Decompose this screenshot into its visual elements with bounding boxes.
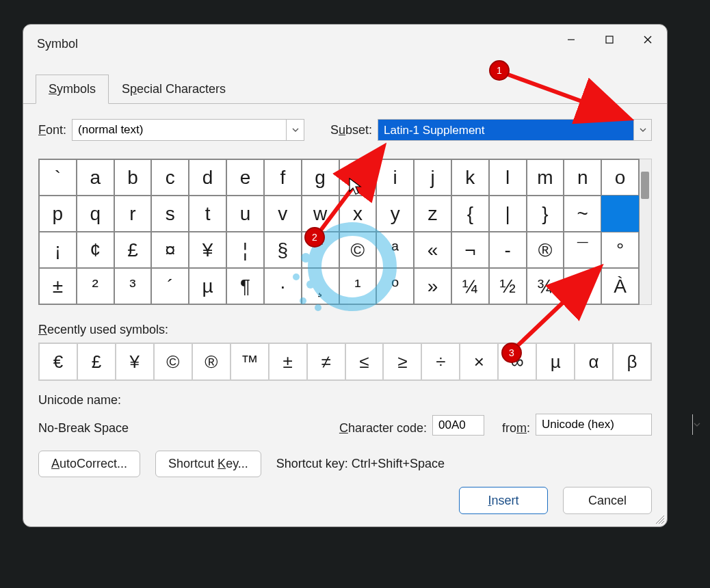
symbol-cell[interactable]: ¢: [77, 232, 114, 268]
symbol-cell[interactable]: ®: [527, 232, 564, 268]
recent-symbol-cell[interactable]: ÷: [421, 343, 460, 380]
symbol-cell[interactable]: ¿: [564, 268, 601, 304]
subset-combo[interactable]: Latin-1 Supplement: [378, 119, 652, 141]
symbol-cell[interactable]: v: [264, 196, 302, 232]
symbol-cell[interactable]: c: [151, 159, 189, 196]
symbol-cell[interactable]: g: [302, 159, 339, 196]
symbol-cell[interactable]: ¥: [189, 232, 226, 268]
symbol-cell[interactable]: z: [414, 196, 451, 232]
recent-symbol-cell[interactable]: ≤: [345, 343, 384, 380]
minimize-button[interactable]: [552, 25, 590, 55]
recent-symbol-cell[interactable]: µ: [536, 343, 575, 380]
symbol-cell[interactable]: [601, 196, 639, 232]
from-dropdown-button[interactable]: [692, 414, 701, 435]
shortcut-key-button[interactable]: Shortcut Key...: [155, 451, 261, 477]
symbol-cell[interactable]: b: [114, 159, 152, 196]
symbol-cell[interactable]: ³: [114, 268, 152, 304]
insert-button[interactable]: Insert: [459, 487, 548, 514]
from-combo[interactable]: [536, 414, 652, 436]
symbol-cell[interactable]: ¤: [151, 232, 189, 268]
symbol-cell[interactable]: u: [226, 196, 264, 232]
symbol-cell[interactable]: d: [189, 159, 226, 196]
symbol-cell[interactable]: ·: [264, 268, 302, 304]
symbol-cell[interactable]: ´: [151, 268, 189, 304]
symbol-cell[interactable]: a: [77, 159, 114, 196]
symbol-cell[interactable]: ¸: [302, 268, 339, 304]
recent-symbol-cell[interactable]: ×: [460, 343, 498, 380]
cancel-button[interactable]: Cancel: [563, 487, 652, 514]
font-dropdown-button[interactable]: [286, 120, 304, 140]
grid-scrollbar[interactable]: [640, 159, 652, 305]
symbol-cell[interactable]: ½: [489, 268, 527, 304]
recent-symbol-cell[interactable]: €: [39, 343, 77, 380]
symbol-cell[interactable]: p: [39, 196, 77, 232]
symbol-cell[interactable]: ¬: [451, 232, 489, 268]
symbol-cell[interactable]: f: [264, 159, 302, 196]
maximize-button[interactable]: [590, 25, 629, 55]
symbol-cell[interactable]: x: [339, 196, 377, 232]
symbol-cell[interactable]: §: [264, 232, 302, 268]
tab-symbols[interactable]: Symbols: [36, 75, 109, 104]
symbol-cell[interactable]: {: [451, 196, 489, 232]
symbol-cell[interactable]: »: [414, 268, 451, 304]
symbol-cell[interactable]: ¨: [302, 232, 339, 268]
recent-symbol-cell[interactable]: ¥: [116, 343, 154, 380]
recent-symbol-cell[interactable]: ±: [269, 343, 307, 380]
symbol-cell[interactable]: o: [601, 159, 639, 196]
symbol-cell[interactable]: ¦: [226, 232, 264, 268]
symbol-cell[interactable]: À: [601, 268, 639, 304]
symbol-grid[interactable]: `abcdefghijklmnopqrstuvwxyz{|}~¡¢£¤¥¦§¨©…: [38, 159, 640, 305]
symbol-cell[interactable]: m: [527, 159, 564, 196]
symbol-cell[interactable]: º: [376, 268, 414, 304]
symbol-cell[interactable]: ©: [339, 232, 377, 268]
recent-symbol-cell[interactable]: ©: [154, 343, 192, 380]
close-button[interactable]: [629, 25, 667, 55]
recent-symbol-cell[interactable]: ®: [192, 343, 231, 380]
symbol-cell[interactable]: ¯: [564, 232, 601, 268]
symbol-cell[interactable]: «: [414, 232, 451, 268]
symbol-cell[interactable]: |: [489, 196, 527, 232]
subset-dropdown-button[interactable]: [633, 120, 651, 140]
recent-symbol-cell[interactable]: ≥: [383, 343, 421, 380]
symbol-cell[interactable]: ¶: [226, 268, 264, 304]
symbol-cell[interactable]: ¾: [527, 268, 564, 304]
resize-grip-icon[interactable]: [653, 513, 664, 524]
recent-grid[interactable]: €£¥©®™±≠≤≥÷×∞µαβ: [38, 343, 652, 381]
symbol-cell[interactable]: °: [601, 232, 639, 268]
symbol-cell[interactable]: e: [226, 159, 264, 196]
symbol-cell[interactable]: `: [39, 159, 77, 196]
font-combo[interactable]: [72, 119, 304, 141]
recent-symbol-cell[interactable]: ™: [231, 343, 269, 380]
symbol-cell[interactable]: ¹: [339, 268, 377, 304]
symbol-cell[interactable]: r: [114, 196, 152, 232]
font-input[interactable]: [73, 120, 286, 139]
symbol-cell[interactable]: l: [489, 159, 527, 196]
autocorrect-button[interactable]: AutoCorrect...: [38, 451, 140, 477]
symbol-cell[interactable]: }: [527, 196, 564, 232]
symbol-cell[interactable]: n: [564, 159, 601, 196]
symbol-cell[interactable]: ~: [564, 196, 601, 232]
symbol-cell[interactable]: -: [489, 232, 527, 268]
symbol-cell[interactable]: s: [151, 196, 189, 232]
recent-symbol-cell[interactable]: ≠: [307, 343, 345, 380]
symbol-cell[interactable]: £: [114, 232, 152, 268]
scrollbar-thumb[interactable]: [641, 172, 649, 199]
from-value[interactable]: [536, 415, 692, 434]
symbol-cell[interactable]: w: [302, 196, 339, 232]
symbol-cell[interactable]: ª: [376, 232, 414, 268]
symbol-cell[interactable]: q: [77, 196, 114, 232]
recent-symbol-cell[interactable]: £: [77, 343, 116, 380]
recent-symbol-cell[interactable]: β: [613, 343, 651, 380]
symbol-cell[interactable]: µ: [189, 268, 226, 304]
symbol-cell[interactable]: ¼: [451, 268, 489, 304]
symbol-cell[interactable]: k: [451, 159, 489, 196]
character-code-input[interactable]: [432, 415, 484, 436]
symbol-cell[interactable]: ¡: [39, 232, 77, 268]
tab-special-characters[interactable]: Special Characters: [109, 75, 239, 104]
symbol-cell[interactable]: i: [376, 159, 414, 196]
symbol-cell[interactable]: y: [376, 196, 414, 232]
symbol-cell[interactable]: ²: [77, 268, 114, 304]
symbol-cell[interactable]: t: [189, 196, 226, 232]
symbol-cell[interactable]: h: [339, 159, 377, 196]
symbol-cell[interactable]: j: [414, 159, 451, 196]
